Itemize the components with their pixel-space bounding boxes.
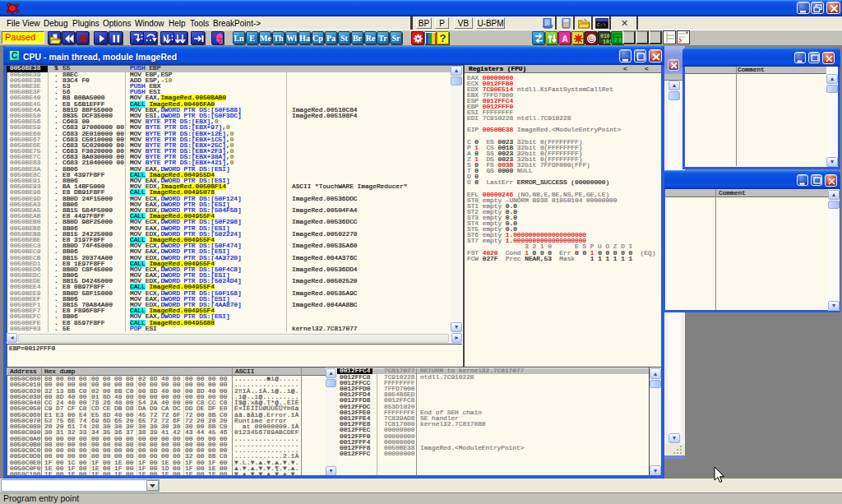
svg-text:010: 010 xyxy=(600,34,610,39)
svg-text:A: A xyxy=(562,35,568,44)
svg-text:C:\: C:\ xyxy=(597,22,606,28)
svg-text:101: 101 xyxy=(603,39,611,45)
